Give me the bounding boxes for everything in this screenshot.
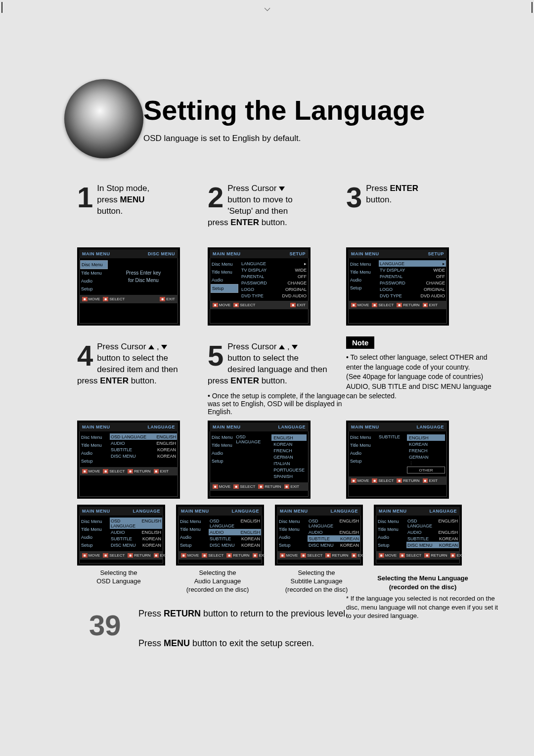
note-block: Note • To select other language, select … — [346, 336, 494, 401]
b1a: Press — [138, 609, 164, 618]
row-dvdtype-v: DVD AUDIO — [420, 293, 445, 298]
panel3-hdr-right: SETUP — [428, 251, 444, 256]
speaker-graphic — [64, 79, 143, 158]
manual-page: Setting the Language OSD language is set… — [30, 30, 504, 722]
f-r: RETURN — [431, 553, 447, 558]
row-logo-v: ORIGINAL — [424, 287, 445, 292]
panel5-options: ENGLISH KOREAN FRENCH GERMAN ITALIAN POR… — [270, 433, 308, 480]
side-title-menu: Title Menu — [211, 441, 234, 449]
row-parental-v: OFF — [436, 274, 445, 279]
ftr-select: SELECT — [378, 478, 394, 483]
side-disc: Disc Menu — [278, 518, 306, 525]
panel5-body: OSD LANGUAGE ENGLISH KOREAN FRENCH GERMA… — [235, 431, 309, 482]
r-sub-v: KOREAN — [439, 536, 458, 541]
panel2-rows: LANGUAGE▸ TV DISPLAYWIDE PARENTALOFF PAS… — [239, 258, 309, 301]
panel6-body: SUBTITLE ENGLISH KOREAN FRENCH GERMAN ⋮ … — [378, 431, 447, 476]
side-audio: Audio — [211, 449, 234, 457]
cursor-down-icon — [279, 187, 285, 191]
ftr-return: RETURN — [134, 469, 150, 473]
opt-italian: ITALIAN — [271, 460, 307, 467]
r-dm-v: KOREAN — [439, 543, 458, 548]
screenshot-osd-language-list: MAIN MENULANGUAGE Disc Menu Title Menu A… — [208, 421, 311, 499]
step-5-enter: ENTER — [230, 376, 259, 385]
step-2: 2 Press Cursor button to move to 'Setup'… — [208, 183, 346, 229]
r-dm: DISC MENU — [111, 543, 136, 548]
opt-korean: KOREAN — [271, 441, 307, 447]
f-m: MOVE — [286, 553, 298, 558]
step-5-footnote: • Once the setup is complete, if the lan… — [208, 392, 346, 416]
row-password: PASSWORD — [380, 281, 405, 285]
note-label: Note — [346, 336, 374, 349]
r-audio-v: ENGLISH — [438, 530, 458, 535]
r-sub: SUBTITLE — [210, 536, 231, 541]
row-password-v: CHANGE — [426, 281, 445, 285]
hdr-r: LANGUAGE — [232, 509, 260, 514]
panel4-hdr-right: LANGUAGE — [148, 425, 176, 429]
f-s: SELECT — [307, 553, 322, 558]
step-2-line3: 'Setup' and then — [227, 206, 288, 216]
row-discmenu: DISC MENU — [111, 454, 136, 459]
f-e: EXIT — [357, 553, 366, 558]
panel3-hdr-left: MAIN MENU — [351, 251, 379, 256]
r-dm-v: KOREAN — [142, 543, 161, 548]
step-4-line3: desired item and then — [97, 365, 178, 374]
ftr-move: MOVE — [357, 478, 369, 483]
ftr-select: SELECT — [240, 303, 255, 307]
panel-sidebar: Disc Menu Title Menu Audio Setup — [348, 258, 378, 301]
side-audio: Audio — [211, 276, 238, 284]
step-3-enter: ENTER — [390, 184, 418, 193]
note-line2: (See 40page for language code of countri… — [346, 372, 494, 382]
panel1-msg2: for Disc Menu — [128, 278, 159, 283]
r-osd-v: ENGLISH — [141, 519, 161, 528]
hdr-l: MAIN MENU — [82, 509, 110, 514]
b1c: button to return to the previous level. — [201, 609, 348, 618]
step-1-menu: MENU — [120, 195, 145, 204]
f-r: RETURN — [332, 553, 348, 558]
side-audio: Audio — [278, 533, 306, 541]
cursor-up-icon — [148, 345, 154, 349]
side-title-menu: Title Menu — [80, 269, 108, 277]
panel6-hdr-right: LANGUAGE — [417, 425, 445, 429]
row-osd-v: ENGLISH — [156, 434, 176, 439]
side-title-menu: Title Menu — [80, 441, 108, 449]
step-4: 4 Press Cursor , button to select the de… — [77, 341, 216, 387]
hdr-r: LANGUAGE — [331, 509, 358, 514]
row-language: LANGUAGE — [380, 261, 404, 266]
ftr-select: SELECT — [109, 469, 125, 473]
ftr-move: MOVE — [219, 303, 231, 307]
step-4-enter: ENTER — [100, 376, 129, 385]
screenshot-select-subtitle: MAIN MENULANGUAGE Disc MenuTitle MenuAud… — [275, 505, 363, 566]
b2b: MENU — [164, 638, 190, 648]
ftr-move: MOVE — [357, 303, 369, 307]
ftr-select: SELECT — [109, 297, 125, 301]
screenshot-select-discmenu: MAIN MENULANGUAGE Disc MenuTitle MenuAud… — [374, 505, 462, 566]
r-dm-v: KOREAN — [241, 543, 260, 548]
step-1-number: 1 — [77, 183, 93, 212]
f-s: SELECT — [406, 553, 421, 558]
r-audio: AUDIO — [210, 530, 224, 535]
panel-sidebar: Disc Menu Title Menu Audio Setup — [210, 258, 239, 301]
row-discmenu-v: KOREAN — [157, 454, 176, 459]
row-tvdisplay: TV DISPLAY — [380, 268, 405, 273]
panel1-message: Press Enter key for Disc Menu — [109, 258, 178, 295]
r-audio-v: ENGLISH — [240, 530, 260, 535]
cursor-up-icon — [279, 345, 285, 349]
r-osd-v: ENGLISH — [240, 519, 260, 528]
r-osd: OSD LANGUAGE — [210, 519, 240, 528]
side-title-menu: Title Menu — [349, 441, 377, 449]
side-disc-menu: Disc Menu — [80, 260, 108, 269]
side-disc-menu: Disc Menu — [349, 260, 377, 268]
f-m: MOVE — [187, 553, 199, 558]
step-5-line4c: button. — [259, 376, 287, 385]
row-tvdisplay-v: WIDE — [295, 268, 307, 273]
row-audio: AUDIO — [111, 441, 125, 446]
panel-footer: ■MOVE ■SELECT ■EXIT — [79, 295, 178, 303]
step-4-line1: Press Cursor — [97, 342, 148, 351]
row-logo: LOGO — [380, 287, 393, 292]
cursor-down-icon — [292, 345, 298, 349]
panel5-hdr-right: LANGUAGE — [278, 425, 306, 429]
panel-sidebar: Disc Menu Title Menu Audio Setup — [348, 431, 378, 476]
row-audio-v: ENGLISH — [156, 441, 176, 446]
side-title-menu: Title Menu — [349, 268, 377, 276]
row-tvdisplay-v: WIDE — [434, 268, 445, 273]
